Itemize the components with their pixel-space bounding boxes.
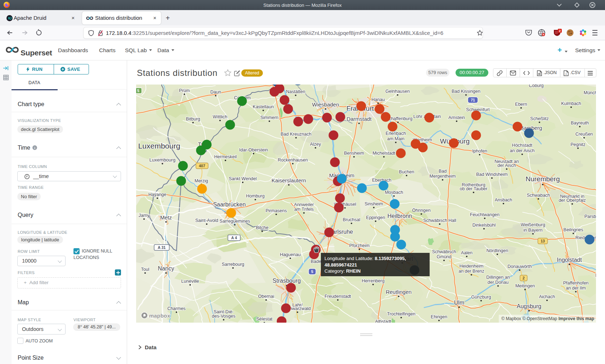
svg-text:Wiesbaden: Wiesbaden xyxy=(312,101,339,108)
svg-text:Mosbach: Mosbach xyxy=(385,190,403,195)
svg-text:am Trifels: am Trifels xyxy=(294,207,314,212)
svg-text:Darmstadt: Darmstadt xyxy=(346,116,372,122)
svg-text:Bad Kreuznach: Bad Kreuznach xyxy=(281,132,312,137)
svg-text:Buchen: Buchen xyxy=(399,169,414,174)
svg-text:Scheßlitz: Scheßlitz xyxy=(530,116,548,121)
svg-text:Hermeskeil: Hermeskeil xyxy=(214,154,237,159)
svg-text:an der Aisch: an der Aisch xyxy=(510,148,535,153)
svg-text:Iphofen: Iphofen xyxy=(472,149,487,154)
svg-text:Alzey: Alzey xyxy=(310,142,321,147)
svg-text:Luxembourg: Luxembourg xyxy=(149,157,175,163)
svg-text:Heilbronn: Heilbronn xyxy=(387,213,412,219)
svg-text:Coburg: Coburg xyxy=(529,85,544,88)
svg-text:Toul: Toul xyxy=(141,267,149,272)
svg-text:Idar-Oberstein: Idar-Oberstein xyxy=(239,147,268,153)
svg-text:Trochtelfingen: Trochtelfingen xyxy=(387,311,416,317)
svg-text:Ebern: Ebern xyxy=(515,102,527,107)
svg-text:2: 2 xyxy=(559,29,561,33)
svg-text:Strasbourg: Strasbourg xyxy=(273,278,301,284)
svg-text:Ingolstadt: Ingolstadt xyxy=(557,257,582,263)
svg-text:A 31: A 31 xyxy=(158,245,166,250)
svg-text:Gelnhausen: Gelnhausen xyxy=(385,89,409,94)
svg-text:Creußen: Creußen xyxy=(575,132,593,137)
svg-text:Beilngries: Beilngries xyxy=(564,227,583,232)
svg-text:Obernai: Obernai xyxy=(258,294,274,299)
svg-text:Homburg: Homburg xyxy=(246,194,264,199)
svg-text:an der Brenz: an der Brenz xyxy=(458,269,484,274)
svg-text:Pirmasens: Pirmasens xyxy=(265,208,287,213)
svg-text:Dinkelsbühl: Dinkelsbühl xyxy=(472,223,496,228)
svg-text:A 4: A 4 xyxy=(231,236,237,240)
svg-text:Erlenbach: Erlenbach xyxy=(386,131,406,136)
svg-text:Pegnitz: Pegnitz xyxy=(570,142,586,147)
svg-text:Meitingen: Meitingen xyxy=(515,283,535,288)
svg-text:Hayange: Hayange xyxy=(148,192,166,197)
svg-text:48.8859674221: 48.8859674221 xyxy=(324,262,357,268)
svg-text:Saint-Avold: Saint-Avold xyxy=(195,218,218,223)
svg-text:71: 71 xyxy=(471,98,475,102)
svg-text:Donauwörth: Donauwörth xyxy=(507,264,532,269)
svg-text:Günzburg: Günzburg xyxy=(471,295,491,300)
svg-text:Höchstadt: Höchstadt xyxy=(512,143,533,148)
svg-text:Nuremberg: Nuremberg xyxy=(525,175,560,183)
svg-text:Parsberg: Parsberg xyxy=(584,214,596,219)
svg-text:Mainburg: Mainburg xyxy=(595,273,596,278)
svg-text:Michelstadt: Michelstadt xyxy=(372,151,395,156)
svg-text:Bad Kissingen: Bad Kissingen xyxy=(452,89,480,94)
svg-text:Luxembourg: Luxembourg xyxy=(138,142,180,150)
svg-text:Rockenhausen: Rockenhausen xyxy=(278,158,308,163)
svg-text:Ansbach: Ansbach xyxy=(495,197,512,203)
svg-text:Sinsheim: Sinsheim xyxy=(364,201,383,206)
svg-text:Sarreguemines: Sarreguemines xyxy=(220,219,250,224)
svg-text:an der Ilm: an der Ilm xyxy=(566,286,586,291)
svg-text:Schwäbisch: Schwäbisch xyxy=(432,249,456,254)
svg-text:Herrenberg: Herrenberg xyxy=(362,278,384,283)
svg-text:Kastellaun: Kastellaun xyxy=(253,104,274,109)
svg-text:Reutlingen: Reutlingen xyxy=(386,289,412,295)
svg-text:Sélestat: Sélestat xyxy=(256,317,273,322)
svg-text:Hanau: Hanau xyxy=(372,97,385,102)
svg-text:Eppingen: Eppingen xyxy=(366,215,385,220)
svg-text:Bayreuth: Bayreuth xyxy=(571,120,589,126)
svg-text:Öhringen: Öhringen xyxy=(412,208,430,213)
svg-text:13: 13 xyxy=(541,239,545,243)
svg-text:Sarrebourg: Sarrebourg xyxy=(222,262,245,267)
svg-text:Pfaffenhofen: Pfaffenhofen xyxy=(563,281,589,286)
svg-text:Kulmbach: Kulmbach xyxy=(561,101,581,106)
svg-text:Dillingen an: Dillingen an xyxy=(486,275,510,280)
svg-text:Sankt Wendel: Sankt Wendel xyxy=(229,176,257,181)
svg-text:Category: RHEIN: Category: RHEIN xyxy=(324,268,360,274)
svg-text:Nördlingen: Nördlingen xyxy=(487,248,508,253)
svg-text:Bad Windsheim: Bad Windsheim xyxy=(476,172,508,177)
svg-text:Münchberg: Münchberg xyxy=(584,90,596,95)
svg-text:Daun: Daun xyxy=(210,90,221,95)
svg-text:Heidenheim: Heidenheim xyxy=(460,264,484,269)
svg-text:Lunéville: Lunéville xyxy=(181,279,199,284)
svg-text:Freudenstadt: Freudenstadt xyxy=(324,294,351,299)
svg-text:mapbox: mapbox xyxy=(149,313,170,319)
svg-text:Weißenburg: Weißenburg xyxy=(521,222,545,227)
svg-text:Prüm: Prüm xyxy=(179,88,190,93)
svg-text:Schwäbisch Hall: Schwäbisch Hall xyxy=(423,218,456,223)
svg-text:der Oberpfalz: der Oberpfalz xyxy=(559,198,586,203)
svg-text:Bitburg: Bitburg xyxy=(186,117,200,122)
svg-text:am Main: am Main xyxy=(387,136,404,141)
svg-text:Pforzheim: Pforzheim xyxy=(349,243,369,248)
svg-text:Simmern: Simmern xyxy=(260,115,278,120)
svg-text:Charmes: Charmes xyxy=(167,306,186,311)
svg-text:Saarbrücken: Saarbrücken xyxy=(213,201,246,208)
svg-text:Bensheim: Bensheim xyxy=(344,151,364,156)
svg-text:Metz: Metz xyxy=(160,214,172,220)
svg-text:Mergentheim: Mergentheim xyxy=(430,174,456,179)
svg-text:der Donau: der Donau xyxy=(488,280,508,285)
svg-text:Nastätten: Nastätten xyxy=(286,89,305,94)
svg-text:ob der Tauber: ob der Tauber xyxy=(460,186,488,191)
svg-text:Jarny: Jarny xyxy=(139,213,150,218)
svg-text:Arnstein: Arnstein xyxy=(448,115,465,120)
svg-text:Merzig: Merzig xyxy=(194,178,208,183)
svg-text:Nancy: Nancy xyxy=(158,265,174,272)
svg-text:x: x xyxy=(565,73,567,75)
svg-text:in Bayern: in Bayern xyxy=(524,228,543,233)
svg-text:Annweiler: Annweiler xyxy=(294,202,314,207)
svg-text:Gmünd: Gmünd xyxy=(437,254,452,259)
